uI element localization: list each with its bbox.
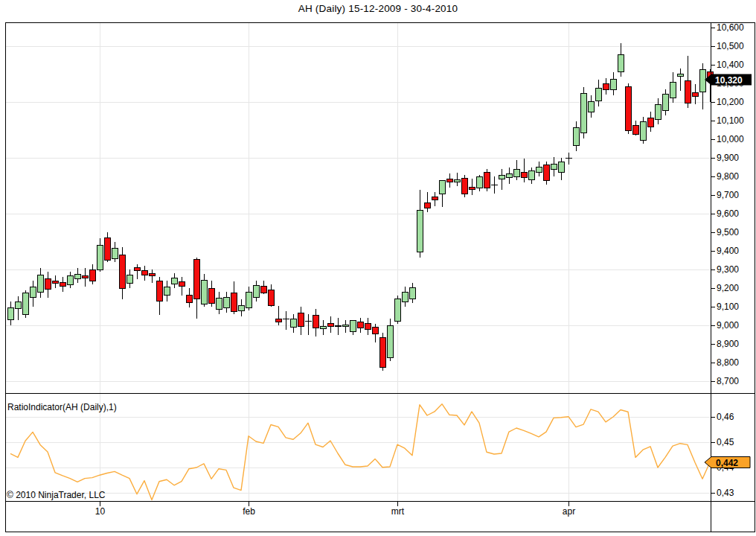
price-tick-label: 9,100 [717,302,739,312]
candle [372,324,378,343]
candle [97,238,103,272]
chart-canvas[interactable]: 10,60010,50010,40010,30010,20010,10010,0… [0,0,756,536]
candle [424,192,430,212]
candle [149,269,155,283]
candle [551,157,557,176]
candle [513,160,519,180]
ratio-tag-value: 0,442 [716,458,738,468]
candle [89,264,95,285]
candle [201,274,207,307]
candle [305,314,312,335]
candle [662,89,668,115]
candle [625,83,631,134]
candle [104,232,110,262]
price-tick-label: 9,800 [717,171,739,182]
candle [439,180,445,207]
candle [45,272,51,298]
candle [580,87,586,138]
copyright-text: © 2010 NinjaTrader, LLC [7,490,106,500]
candle [603,78,609,95]
candle [558,158,564,180]
gridlines [5,22,711,501]
candle [670,72,676,103]
price-tick-label: 9,200 [717,283,739,293]
candle [52,275,58,289]
price-tick-label: 8,900 [717,339,739,349]
candle [685,56,691,108]
candle [528,168,534,185]
candle [260,281,266,294]
x-axis-label: apr [563,506,575,517]
candle [253,281,259,302]
candle [387,319,393,361]
chart-title: AH (Daily) 15-12-2009 - 30-4-2010 [0,3,756,14]
ratio-indicator-line [10,404,710,500]
candle [454,173,460,186]
x-axis-label: mrt [391,506,405,517]
ratio-tick-label: 0,46 [717,412,734,422]
candle [618,43,624,77]
candle [126,269,132,288]
price-tick-label: 10,100 [717,115,744,126]
candle [193,258,199,319]
price-tick-label: 10,500 [717,41,744,51]
candle [15,296,21,319]
candle [350,320,356,335]
candle [402,287,408,307]
price-tick-label: 9,500 [717,227,739,237]
candle [632,121,638,135]
candle [67,272,73,289]
candle [647,112,653,132]
candle [60,277,65,292]
candle [446,173,452,188]
candle [134,264,140,279]
candle [298,307,304,335]
candle [313,309,318,337]
candle [566,153,572,165]
candle [327,316,333,334]
price-tick-label: 10,200 [717,97,744,107]
candle [588,95,594,118]
candle [491,176,498,194]
chart-borders [5,22,755,532]
candle [335,318,341,335]
price-tick-label: 8,800 [717,357,739,368]
candle [536,162,542,176]
candle [342,320,348,334]
candle [112,242,118,263]
price-tick-label: 10,400 [717,60,744,70]
candle [417,190,423,258]
price-tick-label: 9,700 [717,190,739,200]
candle [409,283,415,304]
candle [290,314,296,333]
candle [432,192,438,206]
candle [543,162,549,185]
candle [275,306,281,325]
price-tick-label: 10,000 [717,134,744,144]
candle [268,284,274,307]
candle [521,159,527,182]
x-axis-label: 10 [95,506,106,517]
candle [573,121,579,151]
candle [499,169,504,190]
ratio-tick-label: 0,43 [717,488,734,498]
x-axis-label: feb [243,506,255,517]
price-tick-label: 8,700 [717,376,739,386]
candle [610,72,616,96]
candle [677,68,683,91]
candle [476,175,482,192]
candle [246,287,252,311]
last-price-value: 10,320 [715,75,743,86]
price-tick-label: 9,300 [717,264,739,275]
candlestick-series [7,43,713,371]
candle [238,299,244,316]
chart-window: AH (Daily) 15-12-2009 - 30-4-2010 10,600… [0,0,756,536]
price-tick-label: 9,400 [717,246,739,256]
candle [692,84,698,104]
candle [179,277,185,296]
candle [320,320,326,335]
candle [223,292,229,313]
candle [119,247,125,299]
candle [141,266,147,281]
candle [231,281,237,314]
